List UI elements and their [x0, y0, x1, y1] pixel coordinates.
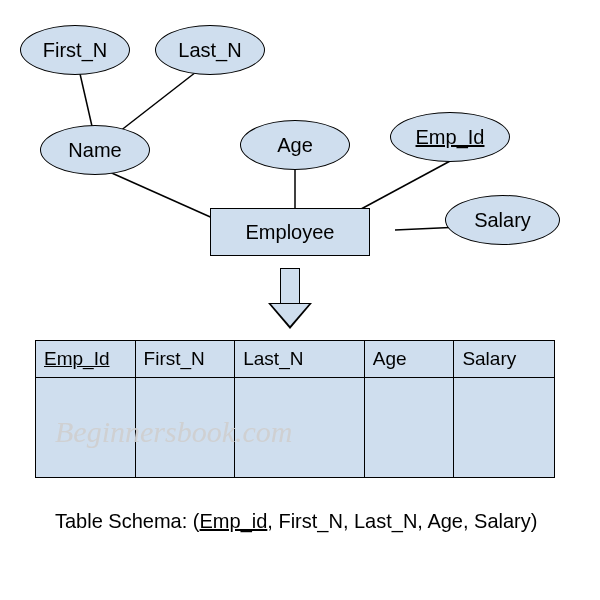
attr-last-n: Last_N [155, 25, 265, 75]
attr-label: Age [277, 134, 313, 157]
table-schema-text: Table Schema: (Emp_id, First_N, Last_N, … [55, 510, 537, 533]
attr-label: Last_N [178, 39, 241, 62]
entity-label: Employee [246, 221, 335, 244]
col-emp-id: Emp_Id [44, 348, 109, 370]
col-last-n: Last_N [243, 348, 303, 370]
attr-salary: Salary [445, 195, 560, 245]
attr-label: Emp_Id [416, 126, 485, 149]
col-salary: Salary [462, 348, 516, 370]
schema-rest: , First_N, Last_N, Age, Salary) [267, 510, 537, 532]
attr-label: First_N [43, 39, 107, 62]
attr-emp-id: Emp_Id [390, 112, 510, 162]
attr-name: Name [40, 125, 150, 175]
svg-line-1 [115, 65, 205, 135]
schema-key: Emp_id [200, 510, 268, 532]
schema-table: Emp_Id First_N Last_N Age Salary [35, 340, 555, 478]
col-age: Age [373, 348, 407, 370]
attr-age: Age [240, 120, 350, 170]
entity-employee: Employee [210, 208, 370, 256]
svg-line-4 [350, 160, 452, 215]
attr-label: Salary [474, 209, 531, 232]
down-arrow-icon [268, 268, 312, 329]
attr-first-n: First_N [20, 25, 130, 75]
attr-label: Name [68, 139, 121, 162]
schema-prefix: Table Schema: ( [55, 510, 200, 532]
col-first-n: First_N [144, 348, 205, 370]
